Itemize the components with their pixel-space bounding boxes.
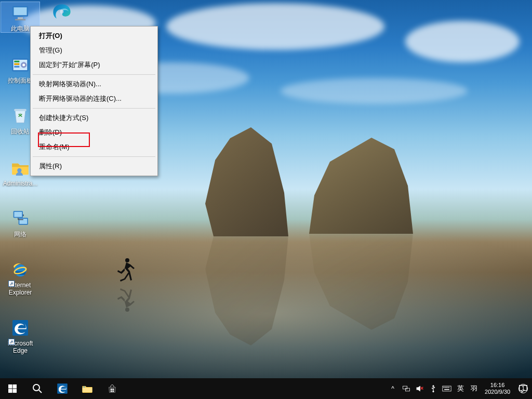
desktop-icon-label: Microsoft [1,340,39,347]
taskbar-clock[interactable]: 16:16 2020/9/30 [481,378,514,399]
edge-icon [8,317,32,339]
svg-rect-16 [14,212,22,217]
svg-rect-32 [112,389,114,390]
svg-rect-13 [14,109,26,111]
tray-volume[interactable] [413,378,427,399]
svg-rect-22 [8,384,12,389]
search-button[interactable] [25,378,50,399]
tray-ime-mode[interactable]: 羽 [467,378,481,399]
context-menu: 打开(O) 管理(G) 固定到"开始"屏幕(P) 映射网络驱动器(N)... 断… [30,26,158,176]
menu-rename[interactable]: 重命名(M) [32,140,156,154]
tray-keyboard[interactable] [440,378,454,399]
menu-delete[interactable]: 删除(D) [32,125,156,140]
clock-time: 16:16 [485,382,510,389]
shortcut-arrow-icon: ↗ [8,339,15,345]
menu-separator [33,108,155,109]
desktop-icon-label: Administra... [1,180,39,187]
tray-usb[interactable] [427,378,440,399]
svg-rect-9 [14,63,19,65]
desktop-icon-label: Internet [1,282,39,289]
recycle-bin-icon [8,105,32,127]
menu-properties[interactable]: 属性(R) [32,159,156,174]
badge-count: 1 [518,384,528,393]
store-icon [107,383,118,394]
svg-point-39 [432,391,434,392]
svg-rect-43 [446,387,447,388]
svg-rect-40 [443,386,451,391]
start-button[interactable] [0,378,25,399]
svg-point-0 [125,258,129,262]
windows-logo-icon [8,384,17,393]
desktop-icon-network[interactable]: 网络 [1,208,39,238]
file-explorer-icon [81,382,94,395]
menu-manage[interactable]: 管理(G) [32,43,156,58]
svg-rect-10 [14,66,19,68]
tray-network[interactable] [400,378,413,399]
svg-rect-23 [12,384,17,389]
svg-rect-3 [14,7,27,15]
wallpaper-cloud [405,21,520,62]
svg-rect-29 [83,388,92,392]
search-icon [32,383,43,394]
svg-point-26 [33,384,39,391]
desktop-icon-edge-alt[interactable] [43,2,81,25]
taskbar: ^ 英 羽 16:16 2020/9/30 1 [0,378,532,399]
network-icon [8,208,32,230]
svg-rect-24 [8,389,12,393]
desktop-icon-edge[interactable]: ↗ Microsoft Edge [1,317,39,354]
svg-rect-5 [15,19,25,21]
wallpaper-runner-reflection [117,285,136,313]
clock-date: 2020/9/30 [485,389,510,395]
ie-icon [8,259,32,281]
notification-badge[interactable]: 1 [514,378,532,399]
ime-indicator-b: 羽 [471,384,477,393]
desktop-icon-ie[interactable]: ↗ Internet Explorer [1,259,39,296]
this-pc-icon [8,2,32,24]
svg-rect-33 [111,391,112,392]
wallpaper-cloud [281,78,468,104]
menu-disconnect-drive[interactable]: 断开网络驱动器的连接(C)... [32,91,156,106]
taskbar-store[interactable] [100,378,125,399]
wallpaper-runner [117,257,136,285]
wallpaper-rock-reflection [205,236,288,345]
svg-line-27 [39,390,42,393]
svg-rect-42 [445,387,446,388]
svg-rect-31 [111,389,112,390]
folder-icon [8,157,32,179]
svg-rect-44 [447,387,448,388]
ime-indicator-a: 英 [457,384,464,393]
svg-rect-35 [403,386,407,389]
svg-rect-41 [444,387,445,388]
shortcut-arrow-icon: ↗ [8,281,15,287]
tray-overflow[interactable]: ^ [386,378,400,399]
svg-rect-45 [448,387,449,388]
svg-rect-36 [405,388,409,391]
wallpaper-cloud [166,3,384,50]
desktop[interactable]: 此电脑 控制面板 回收站 Administra... 网络 ↗ [0,0,532,378]
svg-rect-8 [14,61,19,62]
menu-open[interactable]: 打开(O) [32,29,156,43]
svg-rect-30 [83,387,85,388]
svg-point-14 [17,168,21,172]
system-tray: ^ 英 羽 16:16 2020/9/30 1 [386,378,532,399]
tray-ime-lang[interactable]: 英 [454,378,467,399]
taskbar-file-explorer[interactable] [75,378,100,399]
edge-icon [50,2,74,24]
taskbar-edge[interactable] [50,378,75,399]
keyboard-icon [442,385,451,392]
volume-muted-icon [416,384,424,393]
menu-create-shortcut[interactable]: 创建快捷方式(S) [32,111,156,125]
svg-point-1 [125,308,129,312]
desktop-icon-label: Explorer [1,289,39,296]
menu-separator [33,156,155,157]
svg-rect-25 [12,389,17,393]
menu-pin-start[interactable]: 固定到"开始"屏幕(P) [32,58,156,72]
svg-point-12 [22,64,25,66]
menu-separator [33,74,155,75]
wallpaper-rock-reflection [309,234,413,330]
chevron-up-icon: ^ [391,385,394,392]
wallpaper-rock [309,138,413,234]
svg-rect-4 [18,17,23,19]
menu-map-drive[interactable]: 映射网络驱动器(N)... [32,77,156,91]
svg-rect-34 [112,391,114,392]
